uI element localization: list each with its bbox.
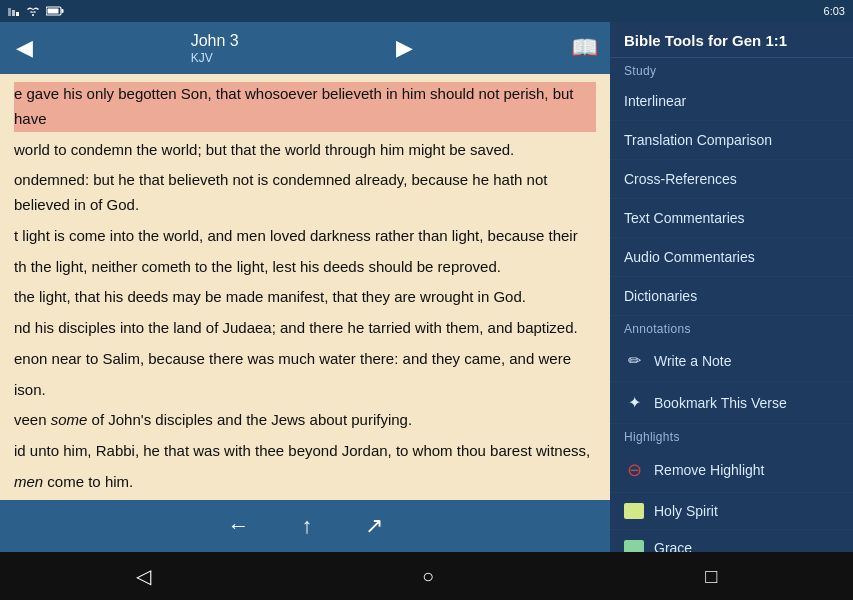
time-display: 6:03	[824, 5, 845, 17]
pencil-icon: ✏	[624, 351, 644, 370]
back-button[interactable]: ←	[222, 507, 256, 545]
menu-item-cross-references[interactable]: Cross-References	[610, 160, 853, 199]
menu-item-translation-comparison[interactable]: Translation Comparison	[610, 121, 853, 160]
verse-line-12: men come to him.	[14, 470, 596, 495]
verse-line-2: world to condemn the world; but that the…	[14, 138, 596, 163]
status-icons-left	[8, 6, 64, 16]
menu-item-remove-highlight[interactable]: ⊖ Remove Highlight	[610, 448, 853, 493]
verse-line-8: enon near to Salim, because there was mu…	[14, 347, 596, 372]
bookmark-this-verse-label: Bookmark This Verse	[654, 395, 839, 411]
verse-line-3: ondemned: but he that believeth not is c…	[14, 168, 596, 218]
interlinear-label: Interlinear	[624, 93, 839, 109]
verse-line-5: th the light, neither cometh to the ligh…	[14, 255, 596, 280]
verse-line-1: e gave his only begotten Son, that whoso…	[14, 82, 596, 132]
bible-text-area[interactable]: e gave his only begotten Son, that whoso…	[0, 74, 610, 500]
book-icon[interactable]: 📖	[571, 35, 598, 61]
bible-panel: ◀ John 3 KJV ▶ 📖 e gave his only begotte…	[0, 22, 610, 552]
share-button[interactable]: ↗	[359, 507, 389, 545]
menu-item-write-a-note[interactable]: ✏ Write a Note	[610, 340, 853, 382]
audio-commentaries-label: Audio Commentaries	[624, 249, 839, 265]
dictionaries-label: Dictionaries	[624, 288, 839, 304]
verse-line-6: the light, that his deeds may be made ma…	[14, 285, 596, 310]
main-area: ◀ John 3 KJV ▶ 📖 e gave his only begotte…	[0, 22, 853, 552]
android-recent-button[interactable]: □	[685, 559, 737, 594]
menu-item-grace[interactable]: Grace	[610, 530, 853, 552]
grace-label: Grace	[654, 540, 692, 552]
svg-rect-0	[8, 8, 11, 16]
chapter-info: John 3 KJV	[191, 31, 239, 64]
svg-point-3	[32, 14, 34, 16]
battery-icon	[46, 6, 64, 16]
svg-rect-1	[12, 10, 15, 16]
status-time: 6:03	[824, 5, 845, 17]
remove-highlight-label: Remove Highlight	[654, 462, 839, 478]
menu-item-text-commentaries[interactable]: Text Commentaries	[610, 199, 853, 238]
bottom-toolbar: ← ↑ ↗	[0, 500, 610, 552]
verse-line-11: id unto him, Rabbi, he that was with the…	[14, 439, 596, 464]
menu-item-dictionaries[interactable]: Dictionaries	[610, 277, 853, 316]
translation-comparison-label: Translation Comparison	[624, 132, 839, 148]
remove-highlight-icon: ⊖	[624, 459, 644, 481]
svg-rect-6	[48, 9, 59, 14]
bible-version[interactable]: KJV	[191, 51, 239, 65]
grace-color-swatch	[624, 540, 644, 552]
verse-line-9: ison.	[14, 378, 596, 403]
holy-spirit-label: Holy Spirit	[654, 503, 718, 519]
app-icon	[8, 6, 20, 16]
book-chapter-title[interactable]: John 3	[191, 31, 239, 50]
study-section-label: Study	[610, 58, 853, 82]
menu-item-bookmark-this-verse[interactable]: ✦ Bookmark This Verse	[610, 382, 853, 424]
verse-line-4: t light is come into the world, and men …	[14, 224, 596, 249]
menu-item-interlinear[interactable]: Interlinear	[610, 82, 853, 121]
wifi-icon	[26, 6, 40, 16]
svg-rect-5	[62, 9, 64, 13]
status-bar: 6:03	[0, 0, 853, 22]
next-chapter-button[interactable]: ▶	[392, 31, 417, 65]
android-home-button[interactable]: ○	[402, 559, 454, 594]
annotations-section-label: Annotations	[610, 316, 853, 340]
svg-rect-2	[16, 12, 19, 16]
up-button[interactable]: ↑	[296, 507, 319, 545]
menu-item-holy-spirit[interactable]: Holy Spirit	[610, 493, 853, 530]
right-panel-header: Bible Tools for Gen 1:1	[610, 22, 853, 58]
write-a-note-label: Write a Note	[654, 353, 839, 369]
bookmark-star-icon: ✦	[624, 393, 644, 412]
text-commentaries-label: Text Commentaries	[624, 210, 839, 226]
right-panel: Bible Tools for Gen 1:1 Study Interlinea…	[610, 22, 853, 552]
prev-chapter-button[interactable]: ◀	[12, 31, 37, 65]
panel-title: Bible Tools for Gen 1:1	[624, 32, 787, 49]
highlights-section-label: Highlights	[610, 424, 853, 448]
holy-spirit-color-swatch	[624, 503, 644, 519]
android-nav-bar: ◁ ○ □	[0, 552, 853, 600]
android-back-button[interactable]: ◁	[116, 558, 171, 594]
verse-line-10: veen some of John's disciples and the Je…	[14, 408, 596, 433]
bible-nav-bar: ◀ John 3 KJV ▶ 📖	[0, 22, 610, 74]
verse-line-7: nd his disciples into the land of Judaea…	[14, 316, 596, 341]
menu-item-audio-commentaries[interactable]: Audio Commentaries	[610, 238, 853, 277]
cross-references-label: Cross-References	[624, 171, 839, 187]
